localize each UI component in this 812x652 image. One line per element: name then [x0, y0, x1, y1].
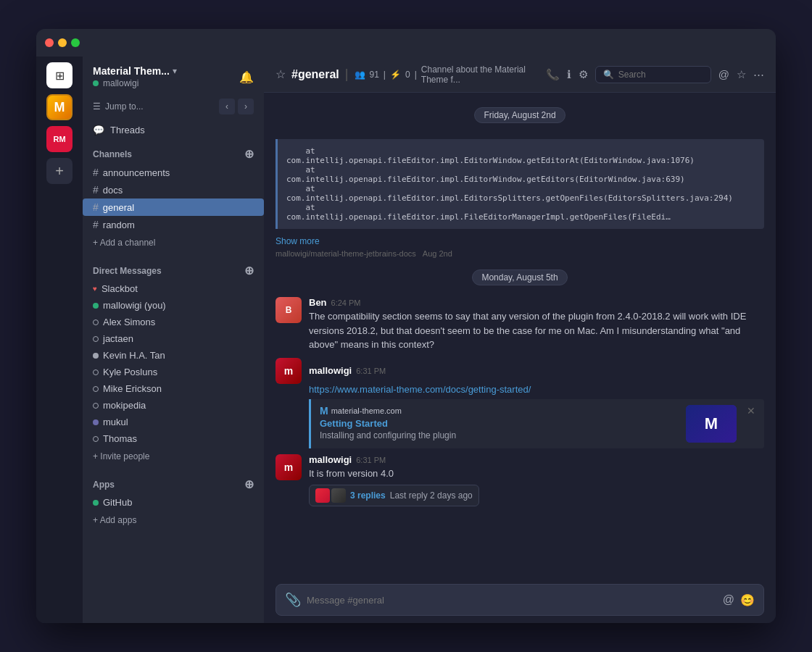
add-workspace-button[interactable]: +: [46, 158, 72, 184]
hash-icon: #: [93, 201, 99, 213]
code-message-block: at com.intellij.openapi.fileEditor.impl.…: [264, 132, 776, 261]
hash-icon: #: [93, 167, 99, 178]
phone-icon[interactable]: 📞: [546, 68, 560, 81]
message-header-mallowigi-2: mallowigi 6:31 PM: [309, 454, 764, 465]
offline-status-dot: [93, 386, 99, 392]
apps-section-header: Apps ⊕: [83, 472, 264, 494]
star-icon[interactable]: ☆: [276, 67, 286, 81]
info-icon[interactable]: ℹ: [567, 68, 571, 81]
nav-forward-button[interactable]: ›: [238, 99, 254, 114]
link-preview-thumbnail: M: [686, 405, 737, 443]
workspace-material-icon[interactable]: M: [46, 94, 72, 120]
jump-bar[interactable]: ☰ Jump to... ‹ ›: [83, 94, 264, 119]
link-preview-title[interactable]: Getting Started: [320, 418, 679, 429]
at-mention-button[interactable]: @: [723, 593, 734, 606]
dm-item-kyle[interactable]: Kyle Posluns: [83, 364, 264, 380]
attach-button[interactable]: 📎: [285, 592, 301, 608]
star-count: 0: [405, 70, 410, 80]
at-icon[interactable]: @: [718, 68, 729, 80]
date-divider-monday: Monday, August 5th: [264, 261, 776, 294]
minimize-button[interactable]: [58, 38, 67, 47]
close-button[interactable]: [45, 38, 54, 47]
settings-icon[interactable]: ⚙: [579, 68, 588, 81]
workspace-rm-icon[interactable]: RM: [46, 126, 72, 152]
dm-name: Mike Erickson: [103, 383, 162, 394]
link-date: Aug 2nd: [423, 249, 452, 258]
message-content-mallowigi-2: mallowigi 6:31 PM It is from version 4.0…: [309, 454, 764, 507]
replies-count: 3 replies: [350, 490, 386, 501]
sidebar-header: Material Them... ▾ mallowigi 🔔: [83, 57, 264, 94]
dm-item-mallowigi[interactable]: mallowigi (you): [83, 297, 264, 314]
offline-status-dot: [93, 436, 99, 442]
domain-text: material-theme.com: [331, 406, 402, 415]
workspace-dropdown-icon[interactable]: ▾: [173, 66, 177, 76]
channel-item-announcements[interactable]: # announcements: [83, 164, 264, 181]
dm-item-alex[interactable]: Alex Simons: [83, 314, 264, 330]
dm-item-kevin[interactable]: Kevin H.A. Tan: [83, 347, 264, 364]
dm-item-mokipedia[interactable]: mokipedia: [83, 397, 264, 414]
add-app-icon[interactable]: ⊕: [244, 477, 254, 491]
reply-avatars: [315, 488, 346, 503]
search-icon: 🔍: [603, 70, 614, 80]
time-mallowigi-1: 6:31 PM: [356, 367, 386, 375]
channel-description: Channel about the Material Theme f...: [421, 64, 540, 85]
bookmark-icon[interactable]: ☆: [737, 68, 746, 81]
channel-item-docs[interactable]: # docs: [83, 181, 264, 198]
channel-name: general: [103, 202, 134, 213]
author-mallowigi-2: mallowigi: [309, 454, 352, 465]
dm-item-mukul[interactable]: mukul: [83, 414, 264, 430]
dm-item-mike[interactable]: Mike Erickson: [83, 380, 264, 397]
replies-row[interactable]: 3 replies Last reply 2 days ago: [309, 485, 764, 506]
show-more-button[interactable]: Show more: [276, 236, 320, 246]
reply-avatar-1: [315, 488, 330, 503]
workspace-name-row: Material Them... ▾: [93, 65, 177, 77]
search-input[interactable]: [618, 70, 703, 80]
channels-section-header: Channels ⊕: [83, 141, 264, 164]
members-count: 91: [370, 70, 379, 80]
add-dm-icon[interactable]: ⊕: [244, 264, 254, 277]
date-chip: Friday, August 2nd: [474, 107, 565, 123]
threads-nav-item[interactable]: 💬 Threads: [83, 119, 264, 141]
add-channel-icon[interactable]: ⊕: [244, 147, 254, 161]
message-header-mallowigi-1: mallowigi 6:31 PM 😊 😄 ↩ ☆ ⋯: [309, 358, 764, 383]
notifications-icon[interactable]: 🔔: [239, 70, 254, 84]
channel-title: #general: [291, 68, 339, 81]
dm-name: Slackbot: [102, 283, 138, 294]
header-divider: |: [345, 67, 349, 82]
dm-label: Direct Messages: [93, 266, 162, 276]
app-item-github[interactable]: GitHub: [83, 494, 264, 511]
apps-label: Apps: [93, 480, 115, 490]
dm-name: mallowigi (you): [103, 300, 166, 311]
nav-back-button[interactable]: ‹: [219, 99, 235, 114]
time-ben: 6:24 PM: [331, 298, 361, 307]
channel-item-random[interactable]: # random: [83, 216, 264, 233]
dm-item-jactaen[interactable]: jactaen: [83, 330, 264, 347]
emoji-button[interactable]: 😊: [740, 593, 755, 607]
hash-icon: #: [93, 184, 99, 196]
message-input[interactable]: [307, 595, 717, 606]
jump-icon: ☰: [93, 101, 101, 112]
reply-avatar-2: [331, 488, 346, 503]
link-url[interactable]: https://www.material-theme.com/docs/gett…: [309, 384, 531, 395]
dm-item-thomas[interactable]: Thomas: [83, 430, 264, 447]
maximize-button[interactable]: [71, 38, 80, 47]
close-preview-button[interactable]: ✕: [747, 405, 755, 417]
app-status-dot: [93, 500, 99, 506]
dm-name: jactaen: [103, 333, 133, 344]
dm-name: Alex Simons: [103, 317, 155, 327]
avatar-mallowigi: m: [276, 358, 302, 384]
messages-area[interactable]: Friday, August 2nd at com.intellij.opena…: [264, 93, 776, 577]
search-box[interactable]: 🔍: [595, 66, 711, 83]
channel-item-general[interactable]: # general: [83, 198, 264, 216]
workspace-grid-icon[interactable]: ⊞: [46, 62, 72, 88]
dm-item-slackbot[interactable]: ♥ Slackbot: [83, 280, 264, 297]
invite-people-button[interactable]: + Invite people: [83, 447, 264, 466]
link-preview-domain: M material-theme.com: [320, 405, 679, 417]
more-icon[interactable]: ⋯: [753, 68, 764, 81]
add-channel-button[interactable]: + Add a channel: [83, 233, 264, 252]
workspace-name: Material Them...: [93, 65, 170, 77]
invite-label: + Invite people: [93, 451, 149, 461]
add-apps-button[interactable]: + Add apps: [83, 511, 264, 530]
offline-status-dot: [93, 369, 99, 375]
message-input-area: 📎 @ 😊: [264, 577, 776, 623]
